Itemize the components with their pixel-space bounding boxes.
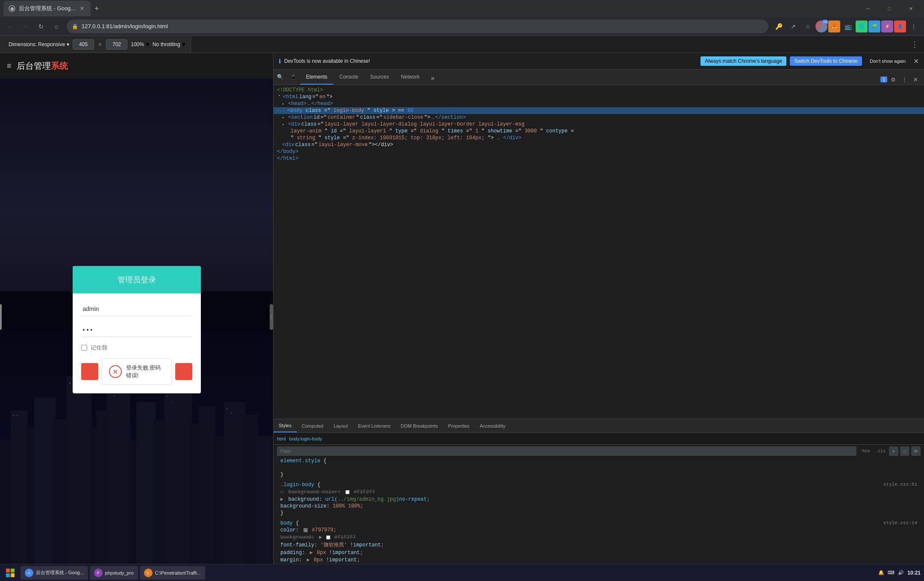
close-button[interactable]: ✕ (901, 0, 921, 17)
match-language-button[interactable]: Always match Chrome's language (700, 56, 786, 66)
tab-elements[interactable]: Elements (300, 70, 333, 85)
color-swatch-797979[interactable] (303, 528, 308, 532)
address-bar[interactable]: 🔒 127.0.0.1:81/admin/login/login.html (67, 20, 768, 33)
ext-icon-1[interactable]: 🦊 (828, 21, 840, 32)
add-style-btn[interactable]: + (889, 446, 898, 456)
browser-tab[interactable]: ⬤ 后台管理系统 - Goog... ✕ (3, 1, 91, 16)
taskbar-item-2[interactable]: C C:\Penetration\Traffi... (140, 566, 205, 580)
height-input[interactable] (106, 39, 127, 50)
taskbar-item-0[interactable]: G 后台管理系统 - Goog... (21, 566, 88, 580)
minimize-button[interactable]: ─ (858, 0, 878, 17)
expand-arrow[interactable]: ▸ (282, 115, 287, 120)
dimensions-dropdown[interactable]: Dimensions: Responsive (9, 41, 69, 47)
accessibility-tab[interactable]: Accessibility (475, 419, 511, 432)
maximize-button[interactable]: □ (880, 0, 899, 17)
svg-rect-32 (11, 569, 15, 572)
expand-bg[interactable]: ▶ (280, 496, 283, 502)
html-close-quote: "> (327, 94, 333, 100)
tab-network[interactable]: Network (395, 70, 426, 85)
expand-arrow[interactable]: ▸ (277, 94, 282, 100)
dont-show-again-button[interactable]: Don't show again (865, 57, 910, 65)
checkbox-bg-color[interactable]: ☐ (280, 489, 283, 495)
new-style-rule-btn[interactable]: □ (900, 446, 909, 456)
taskbar-item-1[interactable]: P phpstudy_pro (90, 566, 138, 580)
breadcrumb-body[interactable]: body.login-body (289, 436, 322, 441)
zoom-control[interactable]: 100% (131, 40, 149, 48)
html-line[interactable]: <div class =" layui-layer-move "></div> (274, 141, 924, 148)
back-button[interactable]: ← (3, 20, 17, 33)
html-close: " (389, 128, 392, 134)
html-attr: contype (546, 128, 568, 134)
body-bg-line: background: ▶ #f1f2f7 (277, 534, 921, 541)
html-line[interactable]: ▸ <div class =" layui-layer layui-layer-… (274, 121, 924, 128)
home-button[interactable]: ⌂ (50, 20, 63, 33)
bookmark-icon[interactable]: ☆ (801, 20, 815, 33)
new-tab-button[interactable]: + (91, 3, 103, 15)
color-swatch-body-bg[interactable] (326, 535, 330, 540)
dom-breakpoints-tab[interactable]: DOM Breakpoints (396, 419, 443, 432)
refresh-styles-btn[interactable]: ⟳ (911, 446, 921, 456)
html-line[interactable]: <!DOCTYPE html> (274, 87, 924, 94)
computed-tab[interactable]: Computed (297, 419, 329, 432)
devtools-more-btn[interactable]: ⋮ (909, 38, 921, 50)
ext-icon-4[interactable]: ⚡ (881, 21, 893, 32)
expand-margin[interactable]: ▶ (307, 557, 310, 563)
key-icon[interactable]: 🔑 (772, 20, 786, 33)
devtools-mobile-icon[interactable]: 📱 (287, 70, 300, 85)
settings-icon[interactable]: ⋮ (907, 20, 921, 33)
forward-button[interactable]: → (19, 20, 32, 33)
width-input[interactable] (73, 39, 94, 50)
start-button[interactable] (3, 566, 17, 580)
style-filter-input[interactable] (277, 446, 856, 456)
event-listeners-tab[interactable]: Event Listeners (353, 419, 396, 432)
layout-tab[interactable]: Layout (329, 419, 353, 432)
login-left-btn[interactable] (81, 363, 98, 380)
menu-icon[interactable]: ≡ (7, 62, 12, 70)
hov-label[interactable]: :hov (858, 449, 872, 454)
settings-gear-icon[interactable]: ⚙ (888, 74, 898, 85)
html-line[interactable]: ▸ <section id =" container " class =" si… (274, 114, 924, 121)
password-input[interactable] (81, 323, 192, 337)
ext-icon-5[interactable]: 👤 (894, 21, 906, 32)
html-line[interactable]: </html> (274, 155, 924, 162)
tab-sources[interactable]: Sources (364, 70, 395, 85)
ext-icon-2[interactable]: 🌐 (856, 21, 868, 32)
devtools-tab-more[interactable]: » (427, 72, 438, 85)
properties-tab[interactable]: Properties (443, 419, 474, 432)
html-eq: =" (376, 114, 382, 120)
html-line[interactable]: </body> (274, 148, 924, 155)
ext-icon-3[interactable]: 🧩 (868, 21, 880, 32)
resize-dot (271, 315, 272, 316)
color-swatch-f1f2f7[interactable] (345, 490, 350, 494)
login-btn-row: ✕ 登录失败,密码错误! (81, 358, 192, 385)
breadcrumb-html[interactable]: html (277, 436, 286, 441)
svg-rect-34 (11, 573, 15, 577)
html-line[interactable]: layer-anim " id =" layui-layer1 " type =… (274, 128, 924, 135)
throttle-control[interactable]: No throttling (153, 40, 185, 48)
resize-handle[interactable] (270, 304, 273, 330)
devtools-close-icon[interactable]: ✕ (910, 74, 921, 85)
expand-body-bg[interactable]: ▶ (319, 534, 322, 540)
html-line[interactable]: ▸ <head> … </head> (274, 100, 924, 107)
login-right-btn[interactable] (175, 363, 192, 380)
reload-button[interactable]: ↻ (34, 20, 48, 33)
tab-console[interactable]: Console (333, 70, 364, 85)
share-icon[interactable]: ↗ (786, 20, 800, 33)
expand-arrow[interactable]: ▸ (282, 122, 287, 127)
tab-close-button[interactable]: ✕ (79, 5, 85, 12)
expand-padding[interactable]: ▶ (310, 550, 313, 556)
cls-label[interactable]: .cls (874, 449, 887, 454)
expand-arrow[interactable]: ▸ (282, 101, 287, 106)
switch-devtools-button[interactable]: Switch DevTools to Chinese (790, 56, 862, 66)
cast-icon[interactable]: 📺 (841, 20, 855, 33)
remember-me-checkbox[interactable] (81, 345, 87, 351)
banner-close-button[interactable]: ✕ (913, 57, 919, 65)
tab-title: 后台管理系统 - Goog... (19, 5, 75, 12)
devtools-menu-icon[interactable]: ⋮ (899, 74, 909, 85)
username-input[interactable] (81, 302, 192, 316)
html-line[interactable]: ▸ <html lang =" en "> (274, 94, 924, 100)
styles-tab[interactable]: Styles (274, 419, 297, 432)
html-line[interactable]: " string " style =" z-index: 19891015; t… (274, 135, 924, 141)
html-line-selected[interactable]: ··· <body class =" login-body " style > … (274, 107, 924, 114)
devtools-inspect-icon[interactable]: 🔍 (274, 70, 287, 85)
